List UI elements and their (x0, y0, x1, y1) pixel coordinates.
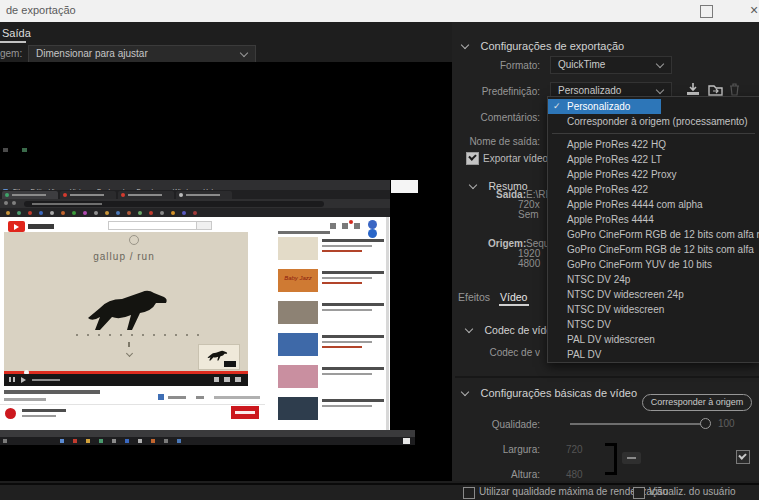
quality-slider-handle[interactable] (700, 418, 711, 429)
preset-menu-item[interactable]: GoPro CineForm YUV de 10 bits (548, 257, 759, 272)
subscribe-button (231, 406, 259, 419)
section-export-settings[interactable]: Configurações de exportação (462, 36, 624, 54)
quality-label: Qualidade: (454, 419, 540, 430)
bookmark-icon (105, 211, 109, 215)
save-preset-icon[interactable] (686, 83, 700, 96)
link-dimensions-icon[interactable] (622, 452, 641, 464)
suggested-title-placeholder (322, 335, 384, 338)
preset-menu-item[interactable]: NTSC DV widescreen 24p (548, 287, 759, 302)
preset-menu-item[interactable]: Corresponder à origem (processamento) (548, 114, 759, 129)
thumbnail-label: Baby Jazz (278, 275, 318, 281)
chevron-down-icon (656, 60, 664, 68)
preset-menu-item[interactable]: Apple ProRes 4444 com alpha (548, 197, 759, 212)
video-title-placeholder (4, 390, 100, 394)
favicon (179, 193, 183, 197)
channel-avatar (5, 408, 16, 419)
taskbar-icon (86, 439, 90, 443)
channel-subs-placeholder (22, 415, 56, 417)
apps-icon (342, 223, 348, 229)
browser-tab (60, 191, 116, 199)
preset-menu-item[interactable]: ✓Personalizado (548, 99, 661, 114)
height-value[interactable]: 480 (566, 469, 583, 480)
tab-effects[interactable]: Efeitos (458, 291, 490, 303)
preset-menu-item-label: Apple ProRes 4444 com alpha (567, 197, 703, 212)
suggested-title-placeholder (322, 399, 384, 402)
height-label: Altura: (454, 469, 540, 480)
preset-menu-item[interactable]: NTSC DV (548, 317, 759, 332)
url-field (24, 201, 324, 207)
match-source-button[interactable]: Corresponder à origem (642, 394, 752, 411)
chevron-down-icon (656, 86, 664, 94)
export-video-checkbox[interactable] (466, 152, 479, 165)
trash-icon[interactable] (729, 83, 740, 96)
bookmark-icon (83, 211, 87, 215)
suggested-video-item (278, 397, 390, 420)
loading-spinner-icon (129, 235, 139, 245)
preset-menu-item-label: GoPro CineForm RGB de 12 bits com alfa n… (567, 227, 759, 242)
format-select[interactable]: QuickTime (550, 56, 672, 74)
preset-menu-item-label: NTSC DV widescreen 24p (567, 287, 684, 302)
bookmark-icon (39, 211, 43, 215)
favicon (121, 193, 125, 197)
theater-icon (224, 377, 230, 382)
browser-tab (176, 191, 232, 199)
preset-menu-item-label: NTSC DV 24p (567, 272, 630, 287)
check-icon: ✓ (553, 99, 565, 114)
check-icon (738, 451, 746, 459)
preset-menu-item[interactable]: Apple ProRes 422 LT (548, 152, 759, 167)
import-preset-icon[interactable] (708, 83, 723, 96)
taskbar-icon (125, 439, 129, 443)
suggested-thumbnail (278, 365, 318, 388)
preset-menu-item[interactable]: Apple ProRes 422 (548, 182, 759, 197)
tab-output[interactable]: Saída (2, 27, 31, 39)
taskbar-icon (138, 439, 142, 443)
preset-menu-item[interactable]: GoPro CineForm RGB de 12 bits com alfa (548, 242, 759, 257)
preset-menu-item[interactable]: PAL DV widescreen (548, 332, 759, 347)
capture-desktop-icon (22, 148, 27, 152)
preset-menu-item-label: Apple ProRes 422 Proxy (567, 167, 677, 182)
quality-slider-track[interactable] (570, 423, 704, 425)
chevron-down-icon (240, 49, 248, 57)
preset-menu-item[interactable]: PAL DV (548, 347, 759, 362)
summary-output-line: Sem (518, 209, 539, 220)
check-icon (468, 152, 476, 160)
youtube-logo (8, 221, 25, 232)
user-preview-checkbox[interactable] (633, 487, 645, 499)
section-video-codec[interactable]: Codec de vídeo (466, 320, 558, 338)
tab-video[interactable]: Vídeo (500, 291, 527, 303)
preset-menu-item-label: Apple ProRes 422 (567, 182, 648, 197)
preset-menu-item-label: NTSC DV (567, 317, 611, 332)
suggested-title-placeholder (322, 271, 384, 274)
export-video-label: Exportar vídeo (483, 153, 548, 164)
suggested-title-placeholder (322, 367, 384, 370)
preset-menu-item[interactable]: Apple ProRes 4444 (548, 212, 759, 227)
tab-title-placeholder (186, 194, 220, 196)
suggested-video-item (278, 365, 390, 388)
suggested-thumbnail (278, 237, 318, 260)
bookmark-icon (138, 211, 142, 215)
preset-menu-item[interactable]: Apple ProRes 422 HQ (548, 137, 759, 152)
preset-menu-item-label: GoPro CineForm YUV de 10 bits (567, 257, 712, 272)
settings-icon (214, 377, 219, 382)
constrain-checkbox[interactable] (736, 450, 750, 464)
maximize-icon[interactable] (700, 5, 713, 18)
suggested-video-item (278, 301, 390, 324)
section-basic-video-settings[interactable]: Configurações básicas de vídeo (462, 383, 637, 401)
bookmark-icon (6, 211, 10, 215)
user-preview-label: Visualiz. do usuário (649, 486, 736, 497)
max-render-quality-checkbox[interactable] (463, 487, 475, 499)
preset-menu-item[interactable]: GoPro CineForm RGB de 12 bits com alfa n… (548, 227, 759, 242)
width-value[interactable]: 720 (566, 444, 583, 455)
close-icon[interactable]: × (750, 2, 758, 18)
preset-menu-item[interactable]: NTSC DV widescreen (548, 302, 759, 317)
bookmark-icon (61, 211, 65, 215)
preset-menu-item[interactable]: Apple ProRes 422 Proxy (548, 167, 759, 182)
preset-menu-item-label: Apple ProRes 422 HQ (567, 137, 666, 152)
preset-menu-item-label: GoPro CineForm RGB de 12 bits com alfa (567, 242, 754, 257)
source-scaling-label: gem: (0, 48, 22, 59)
comments-label: Comentários: (454, 112, 540, 123)
channel-name-placeholder (22, 409, 66, 412)
preset-menu-item[interactable]: NTSC DV 24p (548, 272, 759, 287)
taskbar-icon (99, 439, 103, 443)
window-title: de exportação (6, 4, 76, 16)
